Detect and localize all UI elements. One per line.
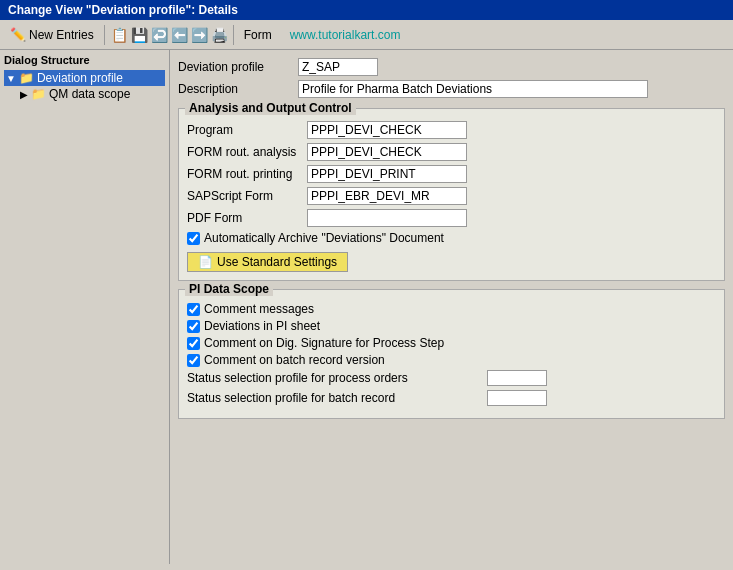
title-bar: Change View "Deviation profile": Details bbox=[0, 0, 733, 20]
folder-icon-deviation: 📁 bbox=[19, 71, 34, 85]
description-row: Description bbox=[178, 80, 725, 98]
pi-data-scope-title: PI Data Scope bbox=[185, 282, 273, 296]
next-icon[interactable]: ➡️ bbox=[191, 27, 207, 43]
deviations-pi-sheet-row: Deviations in PI sheet bbox=[187, 319, 716, 333]
comment-batch-record-label: Comment on batch record version bbox=[204, 353, 385, 367]
tree-child-icon: ▶ bbox=[20, 89, 28, 100]
pdf-form-input[interactable] bbox=[307, 209, 467, 227]
deviation-profile-label: Deviation profile bbox=[178, 60, 298, 74]
deviation-profile-row: Deviation profile bbox=[178, 58, 725, 76]
form-rout-printing-row: FORM rout. printing bbox=[187, 165, 716, 183]
description-label: Description bbox=[178, 82, 298, 96]
status-process-orders-input[interactable] bbox=[487, 370, 547, 386]
comment-messages-label: Comment messages bbox=[204, 302, 314, 316]
analysis-section: Analysis and Output Control Program FORM… bbox=[178, 108, 725, 281]
comment-messages-checkbox[interactable] bbox=[187, 303, 200, 316]
sidebar-label-deviation-profile: Deviation profile bbox=[37, 71, 123, 85]
undo-icon[interactable]: ↩️ bbox=[151, 27, 167, 43]
prev-icon[interactable]: ⬅️ bbox=[171, 27, 187, 43]
sidebar-title: Dialog Structure bbox=[4, 54, 165, 66]
archive-checkbox[interactable] bbox=[187, 232, 200, 245]
sidebar-item-deviation-profile[interactable]: ▼ 📁 Deviation profile bbox=[4, 70, 165, 86]
tree-expand-icon: ▼ bbox=[6, 73, 16, 84]
form-rout-printing-input[interactable] bbox=[307, 165, 467, 183]
deviations-pi-sheet-checkbox[interactable] bbox=[187, 320, 200, 333]
status-process-orders-row: Status selection profile for process ord… bbox=[187, 370, 716, 386]
title-text: Change View "Deviation profile": Details bbox=[8, 3, 238, 17]
comment-batch-record-checkbox[interactable] bbox=[187, 354, 200, 367]
form-button[interactable]: Form bbox=[240, 27, 276, 43]
pdf-form-label: PDF Form bbox=[187, 211, 307, 225]
description-input[interactable] bbox=[298, 80, 648, 98]
copy-icon[interactable]: 📋 bbox=[111, 27, 127, 43]
status-batch-record-label: Status selection profile for batch recor… bbox=[187, 391, 487, 405]
comment-dig-signature-label: Comment on Dig. Signature for Process St… bbox=[204, 336, 444, 350]
program-row: Program bbox=[187, 121, 716, 139]
status-process-orders-label: Status selection profile for process ord… bbox=[187, 371, 487, 385]
pdf-form-row: PDF Form bbox=[187, 209, 716, 227]
main-area: Dialog Structure ▼ 📁 Deviation profile ▶… bbox=[0, 50, 733, 564]
content-area: Deviation profile Description Analysis a… bbox=[170, 50, 733, 564]
archive-checkbox-row: Automatically Archive "Deviations" Docum… bbox=[187, 231, 716, 245]
document-icon: 📄 bbox=[198, 255, 213, 269]
form-rout-analysis-label: FORM rout. analysis bbox=[187, 145, 307, 159]
separator-1 bbox=[104, 25, 105, 45]
watermark: www.tutorialkart.com bbox=[290, 28, 401, 42]
edit-icon: ✏️ bbox=[10, 27, 26, 42]
sidebar-item-qm-data-scope[interactable]: ▶ 📁 QM data scope bbox=[4, 86, 165, 102]
form-rout-analysis-input[interactable] bbox=[307, 143, 467, 161]
separator-2 bbox=[233, 25, 234, 45]
form-rout-printing-label: FORM rout. printing bbox=[187, 167, 307, 181]
form-rout-analysis-row: FORM rout. analysis bbox=[187, 143, 716, 161]
toolbar: ✏️ New Entries 📋 💾 ↩️ ⬅️ ➡️ 🖨️ Form www.… bbox=[0, 20, 733, 50]
program-input[interactable] bbox=[307, 121, 467, 139]
deviation-profile-input[interactable] bbox=[298, 58, 378, 76]
archive-label: Automatically Archive "Deviations" Docum… bbox=[204, 231, 444, 245]
deviations-pi-sheet-label: Deviations in PI sheet bbox=[204, 319, 320, 333]
sidebar-label-qm-data-scope: QM data scope bbox=[49, 87, 130, 101]
new-entries-button[interactable]: ✏️ New Entries bbox=[6, 26, 98, 43]
use-standard-settings-button[interactable]: 📄 Use Standard Settings bbox=[187, 252, 348, 272]
sapscript-form-row: SAPScript Form bbox=[187, 187, 716, 205]
analysis-section-title: Analysis and Output Control bbox=[185, 101, 356, 115]
comment-batch-record-row: Comment on batch record version bbox=[187, 353, 716, 367]
sidebar: Dialog Structure ▼ 📁 Deviation profile ▶… bbox=[0, 50, 170, 564]
status-batch-record-row: Status selection profile for batch recor… bbox=[187, 390, 716, 406]
comment-messages-row: Comment messages bbox=[187, 302, 716, 316]
program-label: Program bbox=[187, 123, 307, 137]
print-icon[interactable]: 🖨️ bbox=[211, 27, 227, 43]
comment-dig-signature-row: Comment on Dig. Signature for Process St… bbox=[187, 336, 716, 350]
save-icon[interactable]: 💾 bbox=[131, 27, 147, 43]
pi-data-scope-section: PI Data Scope Comment messages Deviation… bbox=[178, 289, 725, 419]
sapscript-form-input[interactable] bbox=[307, 187, 467, 205]
sapscript-form-label: SAPScript Form bbox=[187, 189, 307, 203]
comment-dig-signature-checkbox[interactable] bbox=[187, 337, 200, 350]
folder-icon-qm: 📁 bbox=[31, 87, 46, 101]
status-batch-record-input[interactable] bbox=[487, 390, 547, 406]
